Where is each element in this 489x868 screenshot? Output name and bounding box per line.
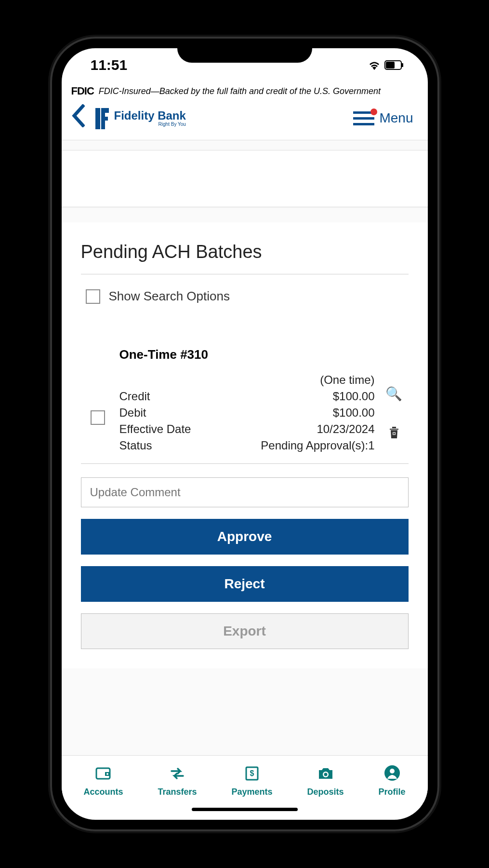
page-title: Pending ACH Batches xyxy=(81,242,409,274)
content-area[interactable]: Pending ACH Batches Show Search Options … xyxy=(62,140,428,755)
phone-frame: 11:51 FDIC FDIC-Insured—Backed by the fu… xyxy=(52,39,437,829)
nav-profile[interactable]: Profile xyxy=(379,764,406,797)
svg-rect-2 xyxy=(402,63,403,67)
main-card: Pending ACH Batches Show Search Options … xyxy=(62,222,428,668)
battery-icon xyxy=(384,57,404,73)
credit-value: $100.00 xyxy=(333,390,375,403)
show-search-checkbox[interactable] xyxy=(86,289,100,304)
fdic-bar: FDIC FDIC-Insured—Backed by the full fai… xyxy=(62,82,428,100)
nav-accounts-label: Accounts xyxy=(83,787,123,797)
profile-icon xyxy=(383,764,401,784)
fdic-logo: FDIC xyxy=(71,85,94,97)
bank-logo-icon xyxy=(93,106,110,130)
bank-name: Fidelity Bank xyxy=(114,110,186,122)
approve-button[interactable]: Approve xyxy=(81,519,409,555)
home-indicator[interactable] xyxy=(192,808,298,811)
nav-bar: Fidelity Bank Right By You Menu xyxy=(62,100,428,140)
credit-label: Credit xyxy=(119,390,150,403)
spacer-block xyxy=(62,150,428,208)
nav-accounts[interactable]: Accounts xyxy=(83,764,123,797)
search-icon[interactable]: 🔍 xyxy=(385,386,402,402)
phone-notch xyxy=(177,39,312,63)
reject-button[interactable]: Reject xyxy=(81,566,409,602)
payment-icon: $ xyxy=(243,764,261,784)
notification-dot xyxy=(370,108,377,115)
bank-logo[interactable]: Fidelity Bank Right By You xyxy=(93,106,186,130)
nav-transfers-label: Transfers xyxy=(158,787,197,797)
bank-tagline: Right By You xyxy=(114,122,186,127)
transfer-icon xyxy=(169,764,186,784)
export-button[interactable]: Export xyxy=(81,613,409,649)
svg-point-6 xyxy=(106,773,108,775)
camera-icon xyxy=(317,764,334,784)
debit-label: Debit xyxy=(119,406,146,420)
effective-date-label: Effective Date xyxy=(119,422,191,436)
comment-input[interactable] xyxy=(81,477,409,507)
svg-text:$: $ xyxy=(250,769,254,777)
show-search-toggle[interactable]: Show Search Options xyxy=(81,274,409,309)
nav-payments[interactable]: $ Payments xyxy=(231,764,272,797)
wallet-icon xyxy=(94,764,112,784)
screen: 11:51 FDIC FDIC-Insured—Backed by the fu… xyxy=(62,48,428,820)
nav-payments-label: Payments xyxy=(231,787,272,797)
nav-deposits[interactable]: Deposits xyxy=(307,764,344,797)
bottom-nav: Accounts Transfers $ Payments Deposits xyxy=(62,755,428,802)
batch-select-checkbox[interactable] xyxy=(91,410,105,425)
fdic-text: FDIC-Insured—Backed by the full faith an… xyxy=(99,86,381,96)
batch-data: (One time) Credit $100.00 Debit $100.00 xyxy=(119,372,375,454)
status-time: 11:51 xyxy=(91,57,128,73)
show-search-label: Show Search Options xyxy=(109,289,230,304)
status-label: Status xyxy=(119,439,152,452)
wifi-icon xyxy=(368,57,381,73)
nav-transfers[interactable]: Transfers xyxy=(158,764,197,797)
status-value: Pending Approval(s):1 xyxy=(261,439,374,452)
batch-frequency: (One time) xyxy=(320,373,374,387)
svg-rect-1 xyxy=(386,62,395,68)
delete-icon[interactable] xyxy=(388,426,400,442)
svg-point-12 xyxy=(390,769,395,773)
svg-point-10 xyxy=(324,773,327,776)
menu-button[interactable]: Menu xyxy=(353,110,413,126)
debit-value: $100.00 xyxy=(333,406,375,420)
effective-date-value: 10/23/2024 xyxy=(317,422,374,436)
hamburger-icon xyxy=(353,111,374,125)
nav-deposits-label: Deposits xyxy=(307,787,344,797)
menu-label: Menu xyxy=(379,110,413,126)
batch-card: One-Time #310 (One time) Credit xyxy=(81,347,409,464)
batch-title: One-Time #310 xyxy=(81,347,409,372)
back-button[interactable] xyxy=(71,104,85,132)
nav-profile-label: Profile xyxy=(379,787,406,797)
